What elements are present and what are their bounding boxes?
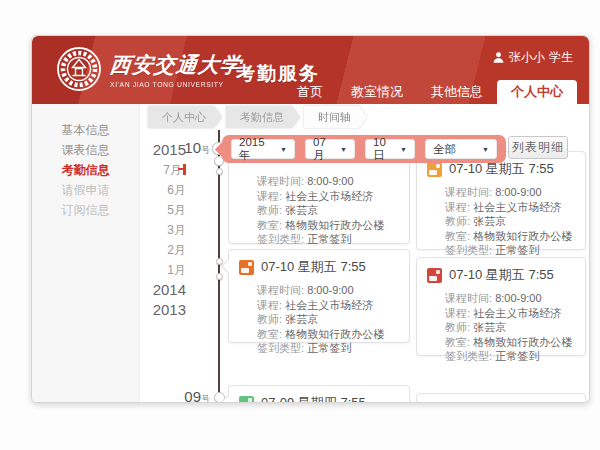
field-label: 课程时间:: [445, 186, 495, 198]
field-value: 8:00-9:00: [307, 175, 353, 187]
card-row: 教室: 格物致知行政办公楼: [257, 218, 399, 233]
breadcrumb-timeline[interactable]: 时间轴: [304, 106, 359, 128]
attendance-card: 07-10 星期五 7:55 课程时间: 8:00-9:00课程: 社会主义市场…: [416, 151, 586, 250]
field-value: 张芸京: [473, 321, 506, 333]
card-row: 签到类型: 正常签到: [257, 341, 399, 356]
sidebar-item-basic-info[interactable]: 基本信息: [32, 120, 139, 140]
card-row: 课程时间: 8:00-9:00: [257, 283, 399, 298]
field-label: 课程:: [257, 299, 285, 311]
gear-emblem-icon: [56, 46, 102, 92]
card-title: 07-09 星期四 7:55: [261, 394, 366, 403]
page: 西安交通大学 XI'AN JIAO TONG UNIVERSITY 考勤服务 张…: [0, 0, 600, 450]
field-label: 签到类型:: [257, 342, 307, 354]
card-rows: 课程时间: 8:00-9:00课程: 社会主义市场经济教师: 张芸京教室: 格物…: [417, 284, 585, 364]
card-row: 课程: 社会主义市场经济: [445, 306, 575, 321]
signin-status-icon: [427, 162, 442, 177]
user-role: 学生: [549, 49, 573, 66]
type-select[interactable]: 全部▼: [425, 139, 497, 159]
sidebar-item-subscription-info[interactable]: 订阅信息: [32, 200, 139, 220]
nav-other-info[interactable]: 其他信息: [417, 80, 497, 104]
nav-personal-center[interactable]: 个人中心: [497, 80, 577, 104]
timeline-month-6[interactable]: 6月: [128, 180, 190, 200]
timeline-month-7[interactable]: 7月: [128, 160, 190, 180]
sidebar-item-schedule-info[interactable]: 课表信息: [32, 140, 139, 160]
timeline-year-2014[interactable]: 2014: [128, 280, 190, 300]
caret-down-icon: ▼: [280, 146, 287, 153]
app-header: 西安交通大学 XI'AN JIAO TONG UNIVERSITY 考勤服务 张…: [32, 36, 589, 104]
sidebar-item-leave-request[interactable]: 请假申请: [32, 180, 139, 200]
field-label: 签到类型:: [445, 244, 495, 256]
day-select[interactable]: 10日▼: [365, 139, 415, 159]
field-value: 张芸京: [285, 313, 318, 325]
timeline-month-2[interactable]: 2月: [128, 240, 190, 260]
card-row: 教室: 格物致知行政办公楼: [445, 229, 575, 244]
nav-classroom-status[interactable]: 教室情况: [337, 80, 417, 104]
signin-status-icon: [427, 268, 442, 283]
field-value: 社会主义市场经济: [285, 299, 373, 311]
field-label: 教师:: [257, 204, 285, 216]
card-rows: 课程时间: 8:00-9:00课程: 社会主义市场经济教师: 张芸京教室: 格物…: [229, 276, 409, 356]
sidebar-item-attendance-info[interactable]: 考勤信息: [32, 160, 139, 180]
field-value: 8:00-9:00: [495, 186, 541, 198]
field-label: 课程时间:: [257, 175, 307, 187]
nav-home[interactable]: 首页: [283, 80, 337, 104]
field-label: 课程时间:: [257, 284, 307, 296]
field-label: 教室:: [445, 336, 473, 348]
card-title: 07-10 星期五 7:55: [449, 266, 554, 284]
field-label: 教室:: [445, 230, 473, 242]
field-value: 8:00-9:00: [495, 292, 541, 304]
attendance-card-stub: [416, 393, 586, 403]
card-row: 教师: 张芸京: [257, 203, 399, 218]
university-name: 西安交通大学 XI'AN JIAO TONG UNIVERSITY: [110, 51, 242, 88]
field-value: 8:00-9:00: [307, 284, 353, 296]
list-detail-button[interactable]: 列表明细: [508, 136, 568, 159]
attendance-card: 07-09 星期四 7:55: [228, 385, 410, 403]
breadcrumb-personal-center[interactable]: 个人中心: [148, 106, 214, 128]
field-label: 教师:: [257, 313, 285, 325]
field-label: 教师:: [445, 215, 473, 227]
month-select[interactable]: 07月▼: [305, 139, 355, 159]
signin-status-icon: [239, 396, 254, 404]
card-header: 07-10 星期五 7:55: [417, 258, 585, 284]
card-header: 07-09 星期四 7:55: [229, 386, 409, 403]
field-value: 社会主义市场经济: [473, 201, 561, 213]
field-value: 张芸京: [285, 204, 318, 216]
card-row: 课程时间: 8:00-9:00: [257, 174, 399, 189]
timeline-month-3[interactable]: 3月: [128, 220, 190, 240]
caret-down-icon: ▼: [340, 146, 347, 153]
timeline-node: [216, 168, 223, 175]
breadcrumb-attendance-info[interactable]: 考勤信息: [226, 106, 292, 128]
card-rows: 课程时间: 8:00-9:00课程: 社会主义市场经济教师: 张芸京教室: 格物…: [417, 178, 585, 258]
field-value: 张芸京: [473, 215, 506, 227]
attendance-card: 07-10 星期五 7:55 课程时间: 8:00-9:00课程: 社会主义市场…: [228, 249, 410, 343]
field-value: 格物致知行政办公楼: [473, 336, 572, 348]
field-label: 课程:: [445, 307, 473, 319]
timeline-month-5[interactable]: 5月: [128, 200, 190, 220]
field-value: 正常签到: [307, 233, 351, 245]
user-account[interactable]: 张小小 学生: [492, 49, 573, 66]
day-marker-10: 10号: [160, 139, 210, 157]
main-nav: 首页 教室情况 其他信息 个人中心: [283, 80, 577, 104]
field-value: 正常签到: [495, 350, 539, 362]
university-name-cn: 西安交通大学: [109, 51, 244, 79]
breadcrumb: 个人中心 考勤信息 时间轴: [148, 106, 371, 128]
field-label: 课程时间:: [445, 292, 495, 304]
university-name-en: XI'AN JIAO TONG UNIVERSITY: [110, 81, 242, 88]
person-icon: [492, 51, 505, 64]
timeline-month-1[interactable]: 1月: [128, 260, 190, 280]
caret-down-icon: ▼: [400, 146, 407, 153]
card-row: 签到类型: 正常签到: [445, 243, 575, 258]
card-row: 教师: 张芸京: [445, 214, 575, 229]
attendance-card: 07-10 星期五 7:55 课程时间: 8:00-9:00课程: 社会主义市场…: [416, 257, 586, 356]
signin-status-icon: [239, 260, 254, 275]
field-label: 教师:: [445, 321, 473, 333]
timeline-year-2013[interactable]: 2013: [128, 300, 190, 320]
user-name: 张小小: [509, 49, 545, 66]
card-row: 教师: 张芸京: [445, 320, 575, 335]
current-month-marker: [183, 164, 186, 175]
year-select[interactable]: 2015年▼: [231, 139, 295, 159]
card-row: 教师: 张芸京: [257, 312, 399, 327]
timeline-year-month-nav: 2015 7月 6月 5月 3月 2月 1月 2014 2013: [128, 140, 190, 320]
card-row: 签到类型: 正常签到: [257, 232, 399, 247]
sidebar: 基本信息 课表信息 考勤信息 请假申请 订阅信息: [32, 104, 140, 402]
